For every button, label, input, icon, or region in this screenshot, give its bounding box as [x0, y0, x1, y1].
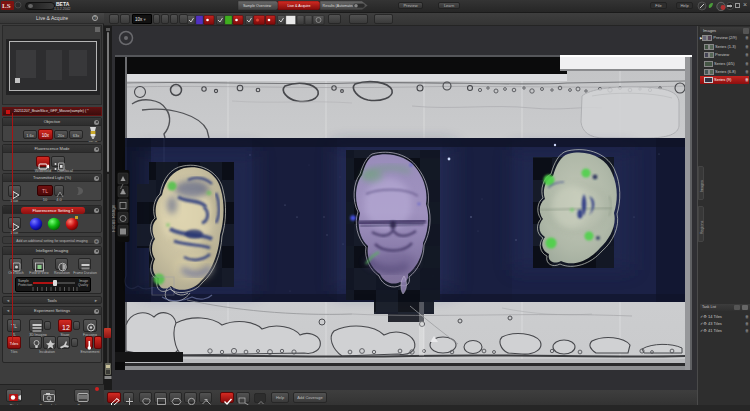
svg-text:12: 12	[62, 324, 70, 331]
svg-text:Results (Automated): Results (Automated)	[323, 4, 356, 8]
svg-text:Sample Overview: Sample Overview	[243, 4, 272, 8]
svg-text:Live & Acquire: Live & Acquire	[288, 4, 311, 8]
svg-text:LS: LS	[2, 2, 11, 10]
svg-text:Plan-Apo: Plan-Apo	[89, 140, 98, 142]
svg-text:Focus Range: Focus Range	[112, 204, 116, 232]
